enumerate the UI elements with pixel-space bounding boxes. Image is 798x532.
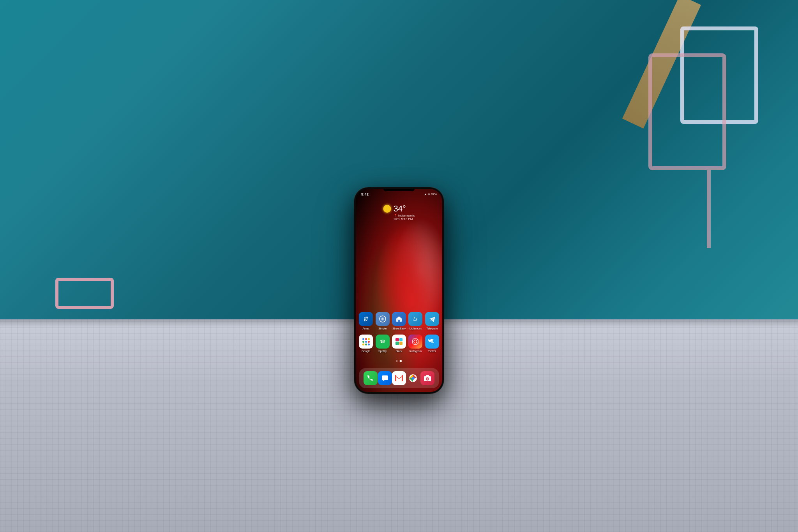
app-slack[interactable]: Slack	[392, 335, 406, 352]
twitter-label: Twitter	[428, 350, 436, 352]
streeteasy-icon[interactable]	[392, 312, 406, 326]
instagram-icon[interactable]	[408, 335, 422, 349]
simple-label: Simple	[378, 327, 387, 330]
svg-marker-12	[383, 380, 385, 381]
app-instagram[interactable]: Instagram	[408, 335, 422, 352]
app-grid: AMEX Amex Simple	[356, 312, 442, 357]
svg-rect-14	[395, 375, 396, 381]
dock-phone-app[interactable]	[364, 371, 378, 385]
svg-rect-15	[402, 375, 403, 381]
phone-screen: 5:42 ▲ ⊕ 52% 34° 📍 Indianapolis 1/20, 5:…	[356, 189, 442, 392]
app-simple[interactable]: Simple	[375, 312, 389, 330]
dock-messages-app[interactable]	[378, 371, 392, 385]
svg-rect-11	[382, 375, 388, 380]
google-label: Google	[362, 350, 371, 352]
app-telegram[interactable]: Telegram	[425, 312, 439, 330]
svg-point-21	[426, 378, 428, 380]
page-dot-1	[396, 360, 398, 362]
page-indicators	[396, 360, 402, 362]
signal-icon: ▲	[424, 193, 427, 196]
messages-icon	[381, 375, 388, 382]
chair-right	[625, 53, 734, 248]
amex-icon[interactable]: AMEX	[359, 312, 373, 326]
spotify-label: Spotify	[378, 350, 387, 352]
phone-device: 5:42 ▲ ⊕ 52% 34° 📍 Indianapolis 1/20, 5:…	[354, 187, 444, 394]
streeteasy-icon-svg	[395, 315, 403, 322]
app-row-1: AMEX Amex Simple	[359, 312, 439, 330]
background: 5:42 ▲ ⊕ 52% 34° 📍 Indianapolis 1/20, 5:…	[0, 0, 798, 532]
dock-camera-app[interactable]	[420, 371, 434, 385]
chrome-icon	[408, 373, 418, 383]
dock-chrome-app[interactable]	[406, 371, 420, 385]
amex-label: Amex	[362, 327, 369, 330]
streeteasy-label: StreetEasy	[392, 327, 406, 330]
app-spotify[interactable]: Spotify	[375, 335, 389, 352]
battery-icon: 52%	[431, 193, 437, 196]
spotify-icon[interactable]	[376, 335, 390, 349]
svg-point-6	[379, 338, 386, 345]
slack-label: Slack	[395, 350, 402, 352]
instagram-icon-svg	[411, 338, 419, 345]
app-twitter[interactable]: 𝕏 Twitter	[425, 335, 439, 352]
phone-notch	[383, 189, 415, 191]
lightroom-label: Lightroom	[410, 327, 422, 330]
twitter-icon-svg: 𝕏	[428, 338, 436, 345]
svg-marker-4	[396, 316, 402, 319]
spotify-icon-svg	[379, 338, 387, 345]
status-time: 5:42	[361, 192, 369, 196]
dock	[359, 368, 439, 388]
chair-left-back	[55, 278, 114, 309]
telegram-label: Telegram	[426, 327, 438, 330]
google-icon[interactable]	[359, 335, 373, 349]
weather-temperature: 34°	[394, 204, 406, 214]
status-icons: ▲ ⊕ 52%	[424, 193, 437, 196]
app-streeteasy[interactable]: StreetEasy	[392, 312, 406, 330]
camera-icon	[424, 375, 431, 382]
weather-city: 📍 Indianapolis	[394, 214, 415, 217]
page-dot-2	[400, 360, 402, 362]
telegram-icon-svg	[428, 315, 436, 323]
chair-right-back	[648, 53, 726, 170]
app-lightroom[interactable]: Lr Lightroom	[408, 312, 422, 330]
twitter-icon[interactable]: 𝕏	[425, 335, 439, 349]
lightroom-icon[interactable]: Lr	[408, 312, 422, 326]
svg-point-18	[412, 377, 415, 379]
svg-text:𝕏: 𝕏	[430, 339, 434, 344]
app-google[interactable]: Google	[359, 335, 373, 352]
slack-icon[interactable]	[392, 335, 406, 349]
svg-rect-5	[398, 320, 400, 322]
instagram-label: Instagram	[410, 350, 422, 352]
svg-rect-22	[426, 375, 429, 377]
chair-right-leg	[707, 170, 711, 248]
svg-point-2	[382, 318, 383, 319]
slack-grid	[395, 338, 403, 345]
simple-icon[interactable]	[376, 312, 390, 326]
gmail-icon	[395, 375, 403, 381]
weather-date: 1/20, 5:13 PM	[394, 217, 415, 221]
location-pin-icon: 📍	[394, 214, 397, 217]
telegram-icon[interactable]	[425, 312, 439, 326]
svg-point-9	[417, 339, 418, 340]
weather-sun-icon	[383, 205, 391, 213]
wifi-icon: ⊕	[428, 193, 430, 196]
app-amex[interactable]: AMEX Amex	[359, 312, 373, 330]
simple-icon-svg	[379, 315, 387, 323]
app-row-2: Google Spotify	[359, 335, 439, 352]
google-dots-grid	[362, 338, 369, 345]
dock-gmail-app[interactable]	[392, 371, 406, 385]
svg-point-8	[414, 340, 417, 343]
weather-widget: 34° 📍 Indianapolis 1/20, 5:13 PM	[383, 204, 415, 221]
weather-row: 34°	[383, 204, 415, 214]
phone-call-icon	[367, 375, 374, 382]
